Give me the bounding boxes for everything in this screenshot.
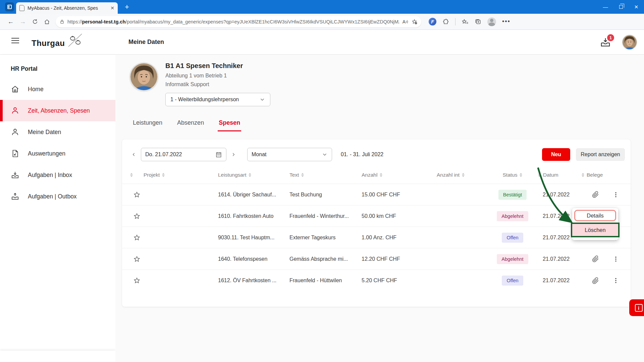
sidebar-item-icon	[11, 85, 19, 94]
header-anzahl[interactable]: Anzahl	[362, 172, 437, 178]
star-icon	[133, 234, 141, 241]
new-button[interactable]: Neu	[542, 148, 570, 161]
cell-leistungsart: 1614. Übriger Sachauf...	[218, 192, 289, 198]
row-menu-button[interactable]	[609, 256, 623, 262]
table-row[interactable]: 1640. Telefonspesen Gemäss Absprache mi.…	[122, 248, 631, 270]
sidebar-item-icon	[11, 128, 19, 136]
sidebar-item-aufgaben-outbox[interactable]: Aufgaben | Outbox	[0, 186, 115, 207]
browser-tab[interactable]: MyAbacus - Zeit, Absenzen, Spes ✕	[16, 2, 118, 14]
period-mode-value: Monat	[252, 152, 266, 158]
home-button[interactable]	[41, 16, 53, 28]
next-period-button[interactable]	[230, 152, 236, 157]
extension-f-icon[interactable]: F	[429, 18, 436, 25]
window-close-button[interactable]: ✕	[629, 0, 644, 14]
favorite-button[interactable]	[130, 191, 144, 198]
header-leistungsart[interactable]: Leistungsart	[218, 172, 289, 178]
notifications-button[interactable]: 1	[600, 37, 613, 49]
cell-status: Abgelehnt	[487, 254, 538, 264]
kebab-menu-icon	[612, 191, 619, 198]
refresh-button[interactable]	[29, 16, 41, 28]
cell-text: Gemäss Absprache mi...	[289, 256, 362, 262]
favorites-bar-icon[interactable]	[462, 18, 469, 25]
favorite-button[interactable]	[130, 213, 144, 220]
info-fab-button[interactable]: i	[629, 299, 644, 316]
table-row[interactable]: 9030.11. Test Hauptm... Externer Tagesku…	[122, 227, 631, 248]
date-input[interactable]: Do. 21.07.2022	[141, 148, 226, 161]
cell-anzahl: 15.00 CHF CHF	[362, 192, 437, 198]
period-mode-select[interactable]: Monat	[247, 148, 332, 161]
header-text[interactable]: Text	[289, 172, 362, 178]
sidebar-item-aufgaben-inbox[interactable]: Aufgaben | Inbox	[0, 164, 115, 186]
star-icon	[133, 191, 141, 198]
sidebar-item-zeit-absenzen-spesen[interactable]: Zeit, Absenzen, Spesen	[0, 100, 115, 121]
tab-spesen[interactable]: Spesen	[218, 119, 241, 131]
previous-period-button[interactable]	[131, 152, 137, 157]
attachment-button[interactable]	[582, 191, 609, 198]
window-restore-button[interactable]	[613, 0, 629, 14]
favorite-button[interactable]	[130, 234, 144, 241]
sidebar-item-icon	[11, 149, 19, 158]
tab-actions-button[interactable]	[5, 2, 14, 11]
browser-menu-button[interactable]: •••	[502, 18, 511, 25]
show-report-button[interactable]: Report anzeigen	[576, 148, 625, 161]
chevron-down-icon	[322, 152, 328, 158]
sidebar-item-auswertungen[interactable]: Auswertungen	[0, 143, 115, 164]
header-sort-all[interactable]	[130, 173, 144, 177]
favorite-button[interactable]	[130, 255, 144, 263]
menu-item-delete[interactable]: Löschen	[571, 223, 620, 237]
cell-anzahl: 1.00 Anz. CHF	[362, 235, 437, 241]
info-icon: i	[635, 304, 643, 312]
table-row[interactable]: 1612. ÖV Fahrtkosten ... Frauenfeld - Hü…	[122, 270, 631, 291]
portal-title: HR Portal	[11, 65, 115, 72]
read-aloud-button[interactable]: A	[402, 19, 408, 24]
header-projekt[interactable]: Projekt	[144, 172, 218, 178]
menu-hamburger-icon[interactable]	[11, 38, 19, 44]
tab-close-icon[interactable]: ✕	[110, 5, 114, 11]
cell-leistungsart: 1612. ÖV Fahrtkosten ...	[218, 278, 289, 284]
sort-icon	[162, 173, 165, 177]
new-tab-button[interactable]: +	[125, 3, 129, 11]
collections-icon[interactable]	[475, 18, 481, 25]
header-datum[interactable]: Datum	[538, 172, 582, 178]
app-header: Thurgau Meine Daten 1	[0, 30, 644, 55]
browser-profile-avatar[interactable]	[487, 17, 496, 26]
attachment-button[interactable]	[582, 277, 609, 284]
star-add-icon	[412, 19, 417, 24]
forward-button[interactable]: →	[17, 16, 29, 28]
cell-datum: 21.07.2022	[538, 192, 582, 198]
sidebar-item-label: Aufgaben | Inbox	[28, 172, 72, 179]
header-status[interactable]: Status	[487, 172, 538, 178]
add-favorite-button[interactable]	[412, 19, 417, 24]
address-bar[interactable]: https://personal-test.tg.ch/portal/myaba…	[56, 16, 421, 27]
section-tabs: Leistungen Absenzen Spesen	[132, 119, 241, 131]
extensions-puzzle-icon[interactable]	[442, 18, 449, 25]
role-select[interactable]: 1 - Weiterbildungslehrperson	[165, 93, 270, 106]
window-minimize-button[interactable]: —	[598, 0, 613, 14]
menu-item-details[interactable]: Details	[574, 210, 616, 221]
table-row[interactable]: 1610. Fahrtkosten Auto Frauenfeld - Wint…	[122, 205, 631, 227]
favorite-button[interactable]	[130, 277, 144, 284]
refresh-icon	[32, 19, 38, 24]
header-anzahl-int[interactable]: Anzahl int	[437, 172, 487, 178]
user-avatar[interactable]	[622, 35, 637, 50]
tab-leistungen[interactable]: Leistungen	[132, 119, 163, 131]
cell-leistungsart: 1640. Telefonspesen	[218, 256, 289, 262]
cell-status: Abgelehnt	[487, 211, 538, 221]
row-menu-button[interactable]	[609, 277, 623, 284]
status-badge: Abgelehnt	[497, 211, 528, 221]
card-toolbar: Do. 21.07.2022 Monat 01. - 31. Juli 2022…	[122, 139, 631, 161]
attachment-button[interactable]	[582, 255, 609, 262]
row-menu-button[interactable]	[609, 191, 623, 198]
cell-text: Frauenfeld - Winterthur...	[289, 213, 362, 219]
paperclip-icon	[592, 277, 599, 284]
table-row[interactable]: 1614. Übriger Sachauf... Test Buchung 15…	[122, 184, 631, 205]
sort-icon	[462, 173, 465, 177]
sidebar-item-meine-daten[interactable]: Meine Daten	[0, 121, 115, 143]
header-belege[interactable]: Belege	[582, 172, 609, 178]
sidebar-item-home[interactable]: Home	[0, 78, 115, 100]
status-badge: Offen	[502, 233, 523, 243]
tab-absenzen[interactable]: Absenzen	[176, 119, 205, 131]
notification-badge: 1	[607, 34, 614, 41]
back-button[interactable]: ←	[5, 16, 17, 28]
sidebar-item-icon	[11, 106, 19, 115]
